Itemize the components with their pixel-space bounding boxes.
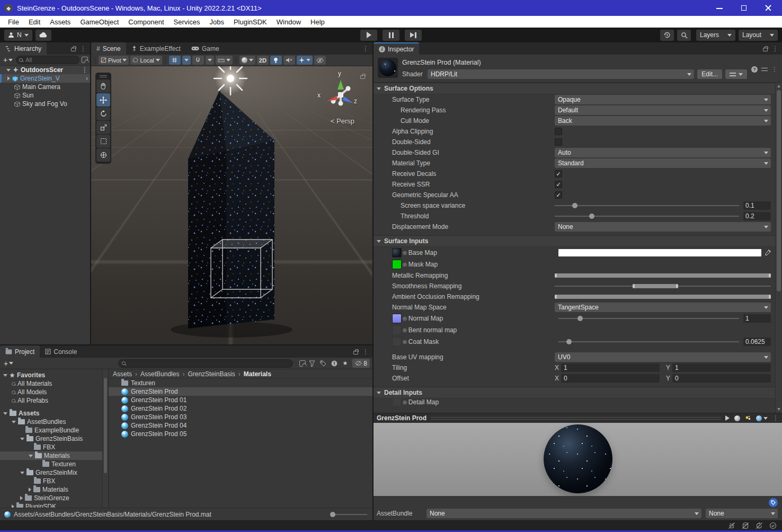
create-object-button[interactable]: + (2, 56, 14, 64)
tree-examplebundle[interactable]: ExampleBundle (0, 426, 108, 435)
presets-icon[interactable] (761, 67, 768, 72)
tab-exampleeffect[interactable]: ExampleEffect (126, 42, 186, 55)
tiling-y-field[interactable]: 1 (672, 363, 771, 372)
base-map-thumbnail[interactable] (392, 248, 402, 258)
material-preview-canvas[interactable] (374, 423, 782, 496)
pivot-dropdown[interactable]: Pivot (99, 56, 129, 65)
lock-icon[interactable] (763, 48, 768, 51)
foldout-closed-icon[interactable] (7, 76, 10, 81)
object-picker-icon[interactable]: ◎ (403, 327, 407, 333)
tree-all-models[interactable]: All Models (0, 388, 108, 396)
debugger-disabled-icon[interactable] (728, 522, 735, 529)
search-by-label-icon[interactable] (320, 360, 326, 367)
base-color-swatch[interactable] (558, 249, 761, 256)
kebab-menu-icon[interactable]: ⋮ (80, 45, 86, 52)
tree-assetbundles[interactable]: AssetBundles (0, 418, 108, 426)
shader-edit-button[interactable]: Edit... (697, 69, 722, 79)
preview-header[interactable]: GrenzStein Prod ⋮ (374, 413, 782, 423)
threshold-slider[interactable] (555, 212, 739, 220)
prefab-chevron-icon[interactable]: › (86, 75, 88, 82)
scene-visibility-toggle[interactable] (314, 56, 326, 65)
assetbundle-dropdown[interactable]: None (426, 509, 701, 518)
section-surface-inputs[interactable]: Surface Inputs (374, 235, 775, 247)
icon-size-slider[interactable] (330, 514, 367, 515)
variance-value[interactable]: 0.1 (743, 201, 771, 210)
hierarchy-item-main-camera[interactable]: Main Camera (0, 83, 90, 91)
hierarchy-search-input[interactable] (16, 56, 79, 64)
coat-mask-slider[interactable] (558, 338, 739, 346)
threshold-value[interactable]: 0.2 (743, 212, 771, 220)
play-button[interactable] (360, 30, 377, 41)
shading-mode-dropdown[interactable] (239, 56, 255, 65)
section-detail-inputs[interactable]: Detail Inputs (374, 387, 775, 398)
layers-dropdown[interactable]: Layers (696, 30, 735, 41)
tiling-x-field[interactable]: 1 (561, 363, 660, 372)
tree-texturen[interactable]: Texturen (0, 460, 108, 468)
breadcrumb-assets[interactable]: Assets (113, 370, 132, 378)
base-uv-dropdown[interactable]: UV0 (555, 352, 771, 362)
alpha-clipping-checkbox[interactable] (555, 128, 562, 135)
menu-help[interactable]: Help (306, 18, 330, 26)
mask-map-thumbnail[interactable] (392, 260, 402, 269)
tree-all-materials[interactable]: All Materials (0, 379, 108, 388)
normal-map-space-dropdown[interactable]: TangentSpace (555, 303, 771, 312)
offset-x-field[interactable]: 0 (561, 374, 660, 383)
effects-dropdown[interactable] (297, 56, 313, 65)
shader-properties-button[interactable] (725, 69, 747, 79)
bent-normal-thumbnail[interactable] (392, 325, 402, 335)
file-grenzstein-prod-05[interactable]: GrenzStein Prod 05 (109, 430, 372, 438)
tab-scene[interactable]: # Scene (91, 42, 126, 55)
breadcrumb-grenzsteinbasis[interactable]: GrenzSteinBasis (188, 370, 235, 378)
file-grenzstein-prod-01[interactable]: GrenzStein Prod 01 (109, 396, 372, 404)
hierarchy-item-sun[interactable]: Sun (0, 91, 90, 100)
kebab-menu-icon[interactable]: ⋮ (772, 45, 778, 52)
rotate-tool-button[interactable] (96, 107, 110, 120)
local-dropdown[interactable]: Local (130, 56, 162, 65)
menu-window[interactable]: Window (272, 18, 306, 26)
tree-grenzsteinmix[interactable]: GrenzSteinMix (0, 468, 108, 477)
eyedropper-icon[interactable] (765, 250, 771, 256)
foldout-open-icon[interactable] (6, 69, 11, 72)
object-picker-icon[interactable]: ◎ (403, 339, 407, 344)
asset-labels-icon[interactable] (769, 498, 778, 507)
kebab-menu-icon[interactable]: ⋮ (362, 348, 369, 356)
status-ok-icon[interactable] (769, 522, 777, 529)
help-icon[interactable]: ? (751, 66, 758, 73)
metallic-remap-slider[interactable] (555, 271, 771, 280)
hierarchy-item-grenzstein[interactable]: GrenzStein_V › (0, 74, 90, 83)
tree-fbx[interactable]: FBX (0, 443, 108, 451)
object-picker-icon[interactable]: ◎ (403, 316, 407, 321)
tree-fbx-2[interactable]: FBX (0, 477, 108, 485)
assetbundle-variant-dropdown[interactable]: None (706, 509, 778, 518)
kebab-menu-icon[interactable]: ⋮ (362, 45, 369, 52)
save-search-icon[interactable]: ★ (342, 360, 348, 367)
coat-mask-value[interactable]: 0.0625 (743, 338, 771, 346)
menu-services[interactable]: Services (169, 18, 205, 26)
view-tool-button[interactable] (96, 79, 110, 93)
tree-materials[interactable]: Materials (0, 451, 108, 460)
displacement-mode-dropdown[interactable]: None (555, 222, 771, 232)
tab-inspector[interactable]: i Inspector (374, 42, 419, 55)
grid-snap-dropdown[interactable] (182, 56, 191, 65)
preview-drag-handle[interactable] (431, 417, 721, 420)
hierarchy-item-sky-fog-volume[interactable]: Sky and Fog Vo (0, 100, 90, 108)
object-picker-icon[interactable]: ◎ (403, 262, 407, 267)
rect-tool-button[interactable] (96, 135, 110, 148)
preview-play-icon[interactable] (725, 415, 730, 421)
lock-icon[interactable] (71, 48, 76, 51)
tree-assets[interactable]: Assets (0, 409, 108, 418)
snap-toggle[interactable] (192, 56, 204, 65)
kebab-menu-icon[interactable]: ⋮ (82, 66, 88, 74)
menu-pluginsdk[interactable]: PluginSDK (229, 18, 272, 26)
minimize-button[interactable] (716, 5, 723, 11)
smoothness-remap-slider[interactable] (555, 282, 771, 290)
perspective-label[interactable]: < Persp (331, 117, 354, 125)
preview-lighting-icon[interactable] (745, 415, 751, 421)
tree-materials-2[interactable]: Materials (0, 485, 108, 494)
file-texturen[interactable]: Texturen (109, 379, 372, 387)
normal-scale-slider[interactable] (558, 314, 739, 323)
layout-dropdown[interactable]: Layout (739, 30, 778, 41)
lock-icon[interactable] (353, 351, 358, 354)
open-search-window-icon[interactable] (299, 360, 306, 367)
scene-header-row[interactable]: OutdoorsScer ⋮ (0, 66, 90, 74)
